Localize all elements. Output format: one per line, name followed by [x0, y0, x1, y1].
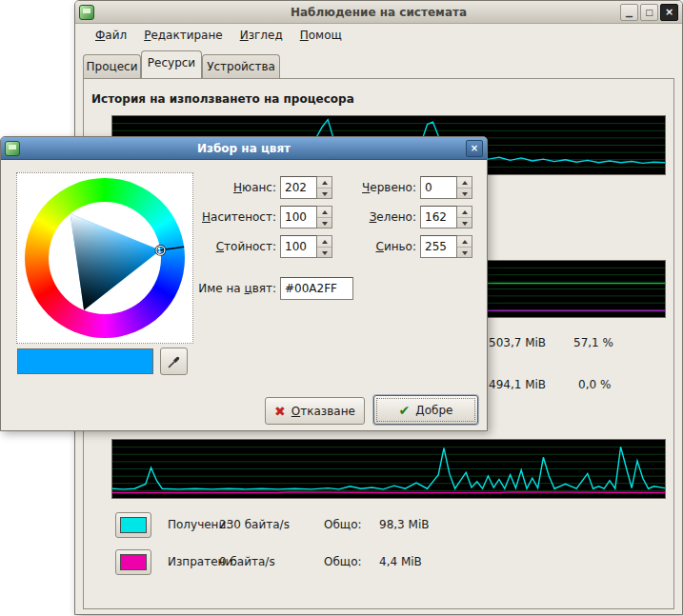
menu-file[interactable]: Файл	[87, 26, 135, 45]
network-chart-svg	[112, 440, 665, 498]
menubar: Файл Редактиране Изглед Помощ	[75, 24, 682, 47]
maximize-button[interactable]: □	[640, 4, 658, 21]
menu-edit[interactable]: Редактиране	[135, 26, 231, 45]
menu-view[interactable]: Изглед	[231, 26, 291, 45]
cancel-button-label: Отказване	[291, 405, 355, 418]
red-stepper[interactable]	[457, 176, 472, 199]
color-picker-dialog: Избор на цвят ×	[0, 136, 488, 431]
network-history-chart	[111, 439, 666, 499]
received-total-label: Общо:	[324, 518, 362, 531]
eyedropper-icon	[167, 354, 182, 369]
memory-used-percent: 57,1 %	[573, 336, 613, 349]
minimize-button[interactable]: ▁	[620, 4, 638, 21]
hue-stepper[interactable]	[317, 176, 332, 199]
menu-help[interactable]: Помощ	[291, 26, 351, 45]
blue-stepper[interactable]	[457, 235, 472, 258]
memory-used-value: 503,7 MiB	[489, 336, 546, 349]
hue-step-up-icon[interactable]	[317, 177, 331, 189]
swap-used-percent: 0,0 %	[578, 378, 611, 391]
close-button[interactable]: ×	[660, 4, 678, 21]
main-titlebar[interactable]: Наблюдение на системата ▁ □ ×	[75, 1, 682, 24]
green-stepper[interactable]	[457, 206, 472, 229]
received-rate: 230 байта/s	[219, 518, 290, 531]
red-label: Червено:	[340, 176, 416, 199]
received-color-button[interactable]	[115, 512, 151, 538]
dialog-titlebar[interactable]: Избор на цвят ×	[1, 137, 487, 160]
value-step-down-icon[interactable]	[317, 248, 331, 258]
saturation-stepper[interactable]	[317, 206, 332, 229]
hue-input[interactable]	[280, 176, 317, 199]
hue-step-down-icon[interactable]	[317, 189, 331, 199]
ok-button-label: Добре	[415, 404, 452, 417]
red-step-down-icon[interactable]	[457, 189, 472, 199]
network-sent-row: Изпратени: 0 байта/s Общо: 4,4 MiB	[115, 549, 649, 575]
saturation-step-up-icon[interactable]	[317, 207, 331, 218]
swap-total-value: 494,1 MiB	[489, 378, 546, 391]
tab-processes[interactable]: Процеси	[83, 54, 141, 78]
dialog-title: Избор на цвят	[1, 142, 487, 155]
tab-devices[interactable]: Устройства	[202, 54, 280, 78]
saturation-step-down-icon[interactable]	[317, 218, 331, 229]
color-name-label: Име на цвят:	[185, 277, 276, 300]
value-step-up-icon[interactable]	[317, 236, 331, 248]
dialog-body: Нюанс: Червено: Наситеност: Зелено:	[1, 160, 487, 432]
blue-step-up-icon[interactable]	[457, 236, 472, 248]
window-title: Наблюдение на системата	[75, 6, 682, 19]
red-input[interactable]	[420, 176, 457, 199]
saturation-label: Наситеност:	[195, 206, 276, 229]
value-input[interactable]	[280, 235, 317, 258]
dialog-close-button[interactable]: ×	[466, 140, 483, 157]
received-total: 98,3 MiB	[379, 518, 429, 531]
cancel-button[interactable]: ✖ Отказване	[265, 397, 365, 425]
green-step-down-icon[interactable]	[457, 218, 472, 229]
eyedropper-button[interactable]	[160, 348, 188, 375]
color-name-input[interactable]	[280, 277, 353, 300]
sv-triangle[interactable]	[17, 173, 192, 343]
received-color-swatch	[120, 517, 147, 533]
saturation-input[interactable]	[280, 206, 317, 229]
blue-step-down-icon[interactable]	[457, 248, 472, 258]
green-label: Зелено:	[340, 206, 416, 229]
value-label: Стойност:	[195, 235, 276, 258]
ok-button[interactable]: ✔ Добре	[373, 395, 478, 425]
cpu-history-heading: История на използването на процесора	[91, 92, 354, 106]
sent-color-swatch	[120, 554, 147, 570]
color-preview	[17, 348, 153, 374]
window-controls: ▁ □ ×	[620, 4, 678, 21]
tab-resources[interactable]: Ресурси	[141, 50, 202, 78]
network-received-row: Получени: 230 байта/s Общо: 98,3 MiB	[115, 512, 649, 538]
sent-rate: 0 байта/s	[219, 555, 275, 568]
value-stepper[interactable]	[317, 235, 332, 258]
green-input[interactable]	[420, 206, 457, 229]
blue-input[interactable]	[420, 235, 457, 258]
red-step-up-icon[interactable]	[457, 177, 472, 189]
blue-label: Синьо:	[340, 235, 416, 258]
dialog-icon	[5, 141, 20, 156]
sent-color-button[interactable]	[115, 549, 151, 575]
ok-check-icon: ✔	[399, 404, 411, 417]
cancel-x-icon: ✖	[274, 405, 286, 418]
sent-total-label: Общо:	[324, 555, 362, 568]
sent-total: 4,4 MiB	[379, 555, 422, 568]
app-icon	[79, 5, 94, 20]
color-wheel[interactable]	[16, 172, 193, 344]
desktop: Наблюдение на системата ▁ □ × Файл Редак…	[0, 0, 683, 616]
green-step-up-icon[interactable]	[457, 207, 472, 218]
hue-label: Нюанс:	[195, 176, 276, 199]
